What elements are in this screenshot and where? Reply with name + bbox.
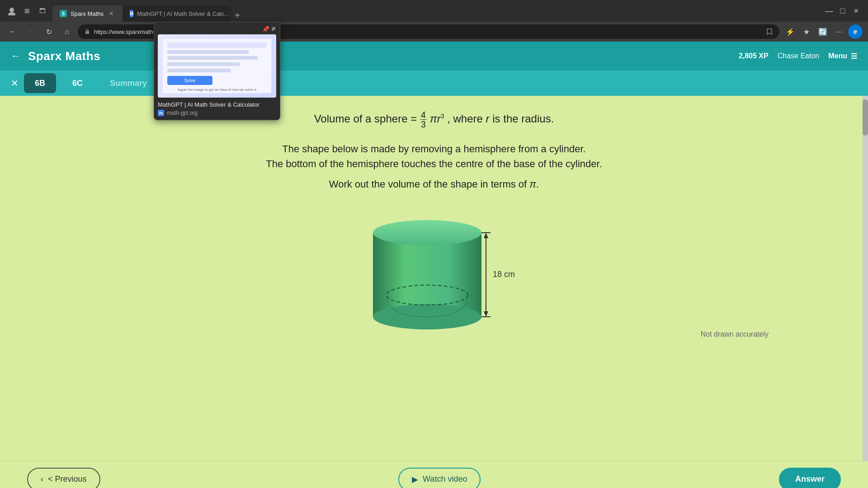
scrollbar[interactable]	[863, 96, 868, 461]
svg-rect-20	[167, 69, 231, 72]
bookmarks-button[interactable]: ⊞	[21, 5, 33, 17]
tab-sparx[interactable]: S Sparx Maths ✕	[52, 5, 123, 22]
tab-mathgpt-label: MathGPT | AI Math Solver & Calc...	[137, 10, 229, 17]
task-close-button[interactable]: ✕	[11, 78, 19, 89]
app-title: Sparx Maths	[28, 49, 100, 63]
bookmark-icon[interactable]	[766, 28, 773, 35]
main-content: Volume of a sphere = 4 3 πr3 , where r i…	[0, 96, 868, 461]
menu-button[interactable]: Menu ☰	[828, 52, 857, 61]
formula-fraction: 4 3	[420, 110, 427, 129]
forward-button[interactable]: →	[24, 24, 38, 39]
tab-tooltip-popup: 📌 ⤢ ✕ Solve Aquin the image to get an id…	[154, 22, 280, 120]
tab-mathgpt[interactable]: M MathGPT | AI Math Solver & Calc... ✕	[123, 5, 231, 22]
tab-summary[interactable]: Summary	[99, 73, 158, 93]
svg-rect-2	[85, 31, 89, 34]
browser-window-controls: ⊞ 🗔	[5, 5, 49, 17]
svg-point-6	[373, 220, 481, 245]
chevron-left-icon: ‹	[41, 474, 43, 484]
tab-sparx-close[interactable]: ✕	[107, 9, 115, 18]
header-back-button[interactable]: ←	[11, 50, 21, 62]
task-tab-bar: ✕ 6B 6C Summary	[0, 70, 868, 96]
new-tab-button[interactable]: +	[231, 9, 244, 22]
tooltip-pin-button[interactable]: 📌	[262, 26, 269, 33]
svg-marker-13	[484, 233, 488, 238]
tab-6b[interactable]: 6B	[24, 73, 56, 93]
history-button[interactable]: 🗔	[36, 5, 49, 17]
tab-tooltip-preview: Solve Aquin the image to get an idea of …	[158, 34, 276, 98]
tab-preview-content: Solve Aquin the image to get an idea of …	[158, 34, 276, 98]
previous-button[interactable]: ‹ < Previous	[27, 468, 100, 488]
window-controls: — □ ✕	[823, 5, 863, 17]
tab-mathgpt-favicon: M	[130, 10, 133, 17]
minimize-button[interactable]: —	[823, 5, 835, 17]
lock-icon	[84, 28, 90, 35]
tab-sparx-label: Sparx Maths	[71, 10, 104, 17]
reload-button[interactable]: ↻	[42, 24, 56, 39]
back-button[interactable]: ←	[5, 24, 20, 39]
tab-6c[interactable]: 6C	[61, 73, 94, 93]
close-button[interactable]: ✕	[850, 5, 863, 17]
tab-list: S Sparx Maths ✕ M MathGPT | AI Math Solv…	[52, 0, 816, 22]
tooltip-favicon: m	[158, 110, 164, 116]
tooltip-title: MathGPT | AI Math Solver & Calculator	[158, 101, 276, 108]
tooltip-url: m math-gpt.org	[158, 110, 276, 116]
question-text: Work out the volume of the shape in term…	[329, 178, 539, 190]
watch-video-button[interactable]: ▶ Watch video	[398, 468, 481, 488]
cylinder-svg: 18 cm	[348, 205, 520, 336]
svg-rect-16	[167, 42, 267, 48]
header-right: 2,805 XP Chase Eaton Menu ☰	[739, 52, 857, 61]
tooltip-close-button[interactable]: ✕	[269, 24, 278, 33]
formula-display: Volume of a sphere = 4 3 πr3 , where r i…	[314, 110, 554, 129]
svg-rect-19	[167, 62, 240, 66]
browser-tab-bar: ⊞ 🗔 S Sparx Maths ✕ M MathGPT | AI Math …	[0, 0, 868, 22]
bottom-bar: ‹ < Previous ▶ Watch video Answer	[0, 461, 868, 488]
svg-text:Aquin the image to get an idea: Aquin the image to get an idea of how we…	[178, 88, 257, 92]
scrollbar-thumb[interactable]	[863, 99, 868, 136]
user-name: Chase Eaton	[778, 52, 820, 60]
shape-diagram: 18 cm	[348, 205, 520, 336]
svg-text:18 cm: 18 cm	[493, 270, 515, 279]
svg-rect-18	[167, 56, 258, 60]
home-button[interactable]: ⌂	[60, 24, 74, 39]
extensions-button[interactable]: ⚡	[783, 24, 797, 39]
svg-point-0	[9, 8, 14, 12]
copilot-button[interactable]: 🔄	[816, 24, 830, 39]
answer-button[interactable]: Answer	[779, 468, 841, 488]
svg-marker-14	[484, 311, 488, 317]
settings-button[interactable]: ⋯	[832, 24, 846, 39]
svg-rect-17	[167, 50, 249, 54]
edge-logo: e	[848, 24, 863, 39]
app-header: ← Sparx Maths 2,805 XP Chase Eaton Menu …	[0, 42, 868, 70]
maximize-button[interactable]: □	[836, 5, 849, 17]
svg-point-1	[8, 12, 15, 15]
svg-text:Solve: Solve	[184, 78, 195, 83]
description-text: The shape below is made by removing a he…	[266, 141, 602, 171]
profile-button[interactable]	[5, 5, 18, 17]
favorites-button[interactable]: ★	[799, 24, 814, 39]
video-icon: ▶	[412, 474, 418, 484]
xp-display: 2,805 XP	[739, 52, 769, 60]
browser-action-buttons: ⚡ ★ 🔄 ⋯ e	[783, 24, 863, 39]
address-bar-row: ← → ↻ ⌂ https://www.sparxmaths.uk/...7c5…	[0, 22, 868, 42]
tab-sparx-favicon: S	[60, 10, 67, 17]
